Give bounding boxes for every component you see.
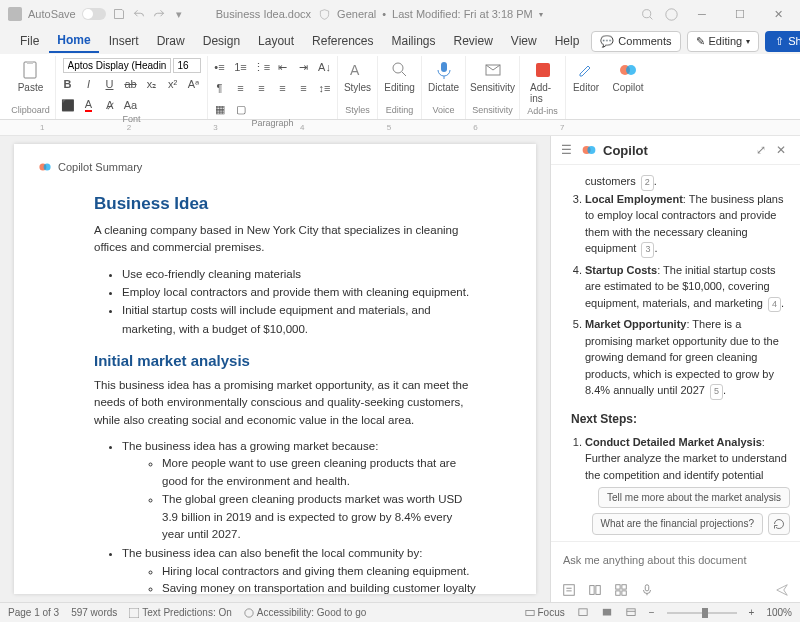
apps-icon[interactable] xyxy=(613,582,629,598)
view-read[interactable] xyxy=(577,608,589,618)
tab-insert[interactable]: Insert xyxy=(101,30,147,52)
suggestion-button[interactable]: Tell me more about the market analysis xyxy=(598,487,790,508)
zoom-slider[interactable] xyxy=(667,612,737,614)
align-left-button[interactable]: ≡ xyxy=(232,79,250,97)
chevron-down-icon[interactable]: ▾ xyxy=(539,10,543,19)
maximize-button[interactable]: ☐ xyxy=(726,4,754,24)
tab-home[interactable]: Home xyxy=(49,29,98,53)
font-size-select[interactable] xyxy=(173,58,201,73)
line-spacing-button[interactable]: ↕≡ xyxy=(316,79,334,97)
expand-icon[interactable]: ⤢ xyxy=(756,143,770,157)
reference-badge[interactable]: 2 xyxy=(641,175,654,191)
list-item: Initial startup costs will include equip… xyxy=(122,301,476,338)
change-case-button[interactable]: Aa xyxy=(122,96,140,114)
qat-dropdown-icon[interactable]: ▾ xyxy=(172,7,186,21)
autosave-toggle[interactable] xyxy=(82,8,106,20)
highlight-button[interactable]: ⬛ xyxy=(59,96,77,114)
copilot-summary-bar[interactable]: Copilot Summary xyxy=(38,156,476,184)
share-button[interactable]: ⇧Share▾ xyxy=(765,31,800,52)
editing-mode-button[interactable]: ✎Editing▾ xyxy=(687,31,760,52)
underline-button[interactable]: U xyxy=(101,75,119,93)
reference-badge[interactable]: 3 xyxy=(641,242,654,258)
subscript-button[interactable]: x₂ xyxy=(143,75,161,93)
save-icon[interactable] xyxy=(112,7,126,21)
bullets-button[interactable]: •≡ xyxy=(211,58,229,76)
page-indicator[interactable]: Page 1 of 3 xyxy=(8,607,59,618)
suggestion-button[interactable]: What are the financial projections? xyxy=(592,513,763,535)
tab-view[interactable]: View xyxy=(503,30,545,52)
mic-icon[interactable] xyxy=(639,582,655,598)
strikethrough-button[interactable]: ab xyxy=(122,75,140,93)
zoom-out[interactable]: − xyxy=(649,607,655,618)
styles-button[interactable]: A Styles xyxy=(340,58,375,95)
superscript-button[interactable]: x² xyxy=(164,75,182,93)
prompt-guide-icon[interactable] xyxy=(561,582,577,598)
paste-button[interactable]: Paste xyxy=(14,58,48,95)
tab-references[interactable]: References xyxy=(304,30,381,52)
clear-format-button[interactable]: A̷ xyxy=(101,96,119,114)
minimize-button[interactable]: ─ xyxy=(688,4,716,24)
shading-button[interactable]: ▦ xyxy=(211,100,229,118)
copilot-input[interactable] xyxy=(561,550,790,570)
attach-icon[interactable] xyxy=(587,582,603,598)
font-color-button[interactable]: A xyxy=(80,96,98,114)
editing-button[interactable]: Editing xyxy=(380,58,419,95)
comments-button[interactable]: 💬Comments xyxy=(591,31,680,52)
tab-file[interactable]: File xyxy=(12,30,47,52)
editor-button[interactable]: Editor xyxy=(569,58,603,95)
tab-design[interactable]: Design xyxy=(195,30,248,52)
italic-button[interactable]: I xyxy=(80,75,98,93)
account-icon[interactable] xyxy=(664,7,678,21)
text-effects-button[interactable]: Aᵃ xyxy=(185,75,203,93)
show-marks-button[interactable]: ¶ xyxy=(211,79,229,97)
tab-help[interactable]: Help xyxy=(547,30,588,52)
tab-mailings[interactable]: Mailings xyxy=(383,30,443,52)
sensitivity-button[interactable]: Sensitivity xyxy=(466,58,519,95)
sort-button[interactable]: A↓ xyxy=(316,58,334,76)
document-page[interactable]: Copilot Summary Business Idea A cleaning… xyxy=(14,144,536,594)
align-right-button[interactable]: ≡ xyxy=(274,79,292,97)
next-steps-heading: Next Steps: xyxy=(571,410,788,428)
autosave-label: AutoSave xyxy=(28,8,76,20)
zoom-in[interactable]: + xyxy=(749,607,755,618)
multilevel-button[interactable]: ⋮≡ xyxy=(253,58,271,76)
menubar: File Home Insert Draw Design Layout Refe… xyxy=(0,28,800,54)
tab-draw[interactable]: Draw xyxy=(149,30,193,52)
undo-icon[interactable] xyxy=(132,7,146,21)
tab-review[interactable]: Review xyxy=(446,30,501,52)
font-name-select[interactable] xyxy=(63,58,171,73)
menu-icon[interactable]: ☰ xyxy=(561,143,575,157)
reference-badge[interactable]: 5 xyxy=(710,384,723,400)
accessibility-status[interactable]: Accessibility: Good to go xyxy=(244,607,367,618)
word-count[interactable]: 597 words xyxy=(71,607,117,618)
tab-layout[interactable]: Layout xyxy=(250,30,302,52)
svg-point-6 xyxy=(393,63,403,73)
view-web[interactable] xyxy=(625,608,637,618)
addins-button[interactable]: Add-ins xyxy=(526,58,559,106)
search-icon[interactable] xyxy=(640,7,654,21)
copilot-body[interactable]: customers 2. Local Employment: The busin… xyxy=(551,165,800,481)
close-button[interactable]: ✕ xyxy=(764,4,792,24)
privacy-label: General xyxy=(337,8,376,20)
align-center-button[interactable]: ≡ xyxy=(253,79,271,97)
zoom-level[interactable]: 100% xyxy=(766,607,792,618)
bold-button[interactable]: B xyxy=(59,75,77,93)
borders-button[interactable]: ▢ xyxy=(232,100,250,118)
redo-icon[interactable] xyxy=(152,7,166,21)
increase-indent-button[interactable]: ⇥ xyxy=(295,58,313,76)
close-icon[interactable]: ✕ xyxy=(776,143,790,157)
decrease-indent-button[interactable]: ⇤ xyxy=(274,58,292,76)
refresh-suggestions-button[interactable] xyxy=(768,513,790,535)
copilot-ribbon-button[interactable]: Copilot xyxy=(608,58,647,95)
addins-group-label: Add-ins xyxy=(527,106,558,118)
justify-button[interactable]: ≡ xyxy=(295,79,313,97)
numbering-button[interactable]: 1≡ xyxy=(232,58,250,76)
analysis-bullets: The business idea has a growing market b… xyxy=(94,437,476,594)
view-print[interactable] xyxy=(601,608,613,618)
send-icon[interactable] xyxy=(774,582,790,598)
reference-badge[interactable]: 4 xyxy=(768,297,781,313)
text-predictions[interactable]: Text Predictions: On xyxy=(129,607,231,618)
focus-mode[interactable]: Focus xyxy=(525,607,565,618)
dictate-button[interactable]: Dictate xyxy=(424,58,463,95)
document-filename: Business Idea.docx xyxy=(216,8,311,20)
